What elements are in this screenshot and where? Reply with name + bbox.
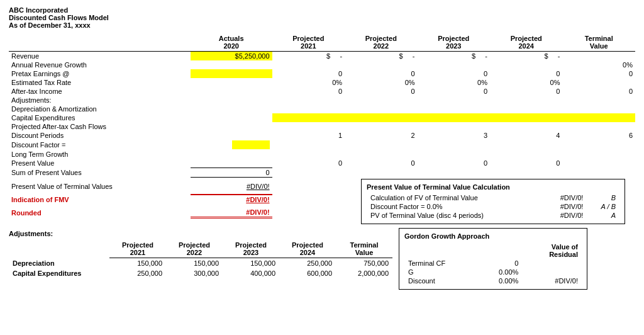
long-term-row: Long Term Growth — [9, 150, 635, 159]
rounded-value: #DIV/0! — [191, 208, 272, 218]
indication-label: Indication of FMV — [9, 195, 191, 204]
bottom-h4: Projected 2024 — [279, 240, 336, 258]
pretax-actuals[interactable] — [191, 69, 272, 78]
annual-growth-actuals — [191, 60, 272, 69]
bottom-capex-v1: 250,000 — [109, 268, 166, 278]
aftertax-p2: 0 — [345, 87, 417, 96]
bottom-capex-row: Capital Expenditures 250,000 300,000 400… — [9, 268, 392, 278]
header-proj1: Projected 2021 — [272, 34, 345, 52]
revenue-actuals[interactable]: $5,250,000 — [191, 52, 272, 61]
revenue-terminal — [562, 52, 635, 61]
revenue-p4: $ - — [490, 52, 562, 61]
disc-factor-label: Discount Factor = — [9, 140, 191, 150]
tax-rate-p3: 0% — [418, 78, 490, 87]
revenue-p1: $ - — [272, 52, 345, 61]
pv-terminal-label: Present Value of Terminal Values — [9, 182, 191, 191]
panel1-row1-label: Calculation of FV of Terminal Value — [367, 193, 543, 202]
panel2-col-header: Value of Residual — [522, 242, 582, 259]
annual-growth-p4 — [490, 60, 562, 69]
bottom-h2: Projected 2022 — [166, 240, 223, 258]
header-row: Actuals 2020 Projected 2021 Projected 20… — [9, 34, 635, 52]
disc-p4: 4 — [490, 131, 562, 140]
terminal-value-panel: Present Value of Terminal Value Calculat… — [361, 179, 625, 224]
aftertax-label: After-tax Income — [9, 87, 191, 96]
panel2-header-row: Value of Residual — [404, 242, 582, 259]
panel2-row3-value: #DIV/0! — [522, 276, 582, 285]
disc-factor-row: Discount Factor = — [9, 140, 635, 150]
aftertax-terminal: 0 — [562, 87, 635, 96]
sum-pv-actuals: 0 — [191, 168, 272, 177]
pretax-p4: 0 — [490, 69, 562, 78]
annual-growth-p2 — [345, 60, 417, 69]
pv-terminal-value: #DIV/0! — [191, 182, 272, 191]
rounded-label: Rounded — [9, 208, 191, 218]
panel2-row3-label: Discount — [404, 276, 478, 285]
pretax-row: Pretax Earnings @ 0 0 0 0 0 — [9, 69, 635, 78]
panel1-row2-value: #DIV/0! — [543, 202, 587, 211]
model-name: Discounted Cash Flows Model — [9, 14, 635, 21]
bottom-capex-label: Capital Expenditures — [9, 268, 109, 278]
model-date: As of December 31, xxxx — [9, 21, 635, 29]
disc-p2: 2 — [345, 131, 417, 140]
tax-rate-row: Estimated Tax Rate 0% 0% 0% 0% — [9, 78, 635, 87]
adj-header-label: Adjustments: — [9, 96, 191, 105]
right-panels: Present Value of Terminal Value Calculat… — [361, 179, 625, 293]
revenue-p2: $ - — [345, 52, 417, 61]
panel1-row1-letter: B — [587, 193, 619, 202]
aftertax-p1: 0 — [272, 87, 345, 96]
annual-growth-row: Annual Revenue Growth 0% — [9, 60, 635, 69]
disc-p3: 3 — [418, 131, 490, 140]
capex-row: Capital Expenditures — [9, 113, 635, 122]
aftertax-row: After-tax Income 0 0 0 0 0 — [9, 87, 635, 96]
tax-rate-p1: 0% — [272, 78, 345, 87]
pretax-p2: 0 — [345, 69, 417, 78]
panel1-row3: PV of Terminal Value (disc 4 periods) #D… — [367, 211, 619, 220]
company-name: ABC Incorporated — [9, 6, 635, 14]
tax-rate-p2: 0% — [345, 78, 417, 87]
bottom-depr-row: Depreciation 150,000 150,000 150,000 250… — [9, 258, 392, 269]
pv-p4: 0 — [490, 159, 562, 168]
aftertax-p4: 0 — [490, 87, 562, 96]
disc-p1: 1 — [272, 131, 345, 140]
indication-value: #DIV/0! — [191, 195, 272, 204]
proj-aftertax-row: Projected After-tax Cash Flows — [9, 122, 635, 131]
terminal-value-table: Calculation of FV of Terminal Value #DIV… — [367, 193, 619, 220]
sum-pv-label: Sum of Present Values — [9, 168, 191, 177]
panel1-row1: Calculation of FV of Terminal Value #DIV… — [367, 193, 619, 202]
sum-pv-row: Sum of Present Values 0 — [9, 168, 635, 177]
header-label — [9, 34, 191, 52]
panel2-row2-pct: 0.00% — [478, 268, 523, 276]
pv-p3: 0 — [418, 159, 490, 168]
pretax-p1: 0 — [272, 69, 345, 78]
bottom-table: Projected 2021 Projected 2022 Projected … — [9, 240, 392, 278]
bottom-h1: Projected 2021 — [109, 240, 166, 258]
adj-header-row: Adjustments: — [9, 96, 635, 105]
capex-label: Capital Expenditures — [9, 113, 191, 122]
bottom-depr-v2: 150,000 — [166, 258, 223, 269]
panel2-row1-value: 0 — [478, 259, 523, 268]
header-proj3: Projected 2023 — [418, 34, 490, 52]
revenue-p3: $ - — [418, 52, 490, 61]
tax-rate-p4: 0% — [490, 78, 562, 87]
long-term-label: Long Term Growth — [9, 150, 191, 159]
revenue-row: Revenue $5,250,000 $ - $ - $ - $ - — [9, 52, 635, 61]
pretax-label: Pretax Earnings @ — [9, 69, 191, 78]
header-proj2: Projected 2022 — [345, 34, 417, 52]
bottom-capex-v3: 400,000 — [223, 268, 279, 278]
panel1-row3-letter: A — [587, 211, 619, 220]
pv-p2: 0 — [345, 159, 417, 168]
panel1-row3-label: PV of Terminal Value (disc 4 periods) — [367, 211, 543, 220]
gordon-growth-title: Gordon Growth Approach — [404, 232, 582, 240]
aftertax-actuals — [191, 87, 272, 96]
disc-terminal: 6 — [562, 131, 635, 140]
panel2-row2-label: G — [404, 268, 478, 276]
panel1-row2: Discount Factor = 0.0% #DIV/0! A / B — [367, 202, 619, 211]
panel1-row1-value: #DIV/0! — [543, 193, 587, 202]
proj-aftertax-label: Projected After-tax Cash Flows — [9, 122, 191, 131]
terminal-value-panel-title: Present Value of Terminal Value Calculat… — [367, 183, 619, 191]
gordon-growth-panel: Gordon Growth Approach Value of Residual… — [399, 228, 587, 290]
depamort-row: Depreciation & Amortization — [9, 105, 635, 113]
bottom-depr-v3: 150,000 — [223, 258, 279, 269]
tax-rate-actuals — [191, 78, 272, 87]
disc-factor-input[interactable] — [232, 140, 270, 149]
